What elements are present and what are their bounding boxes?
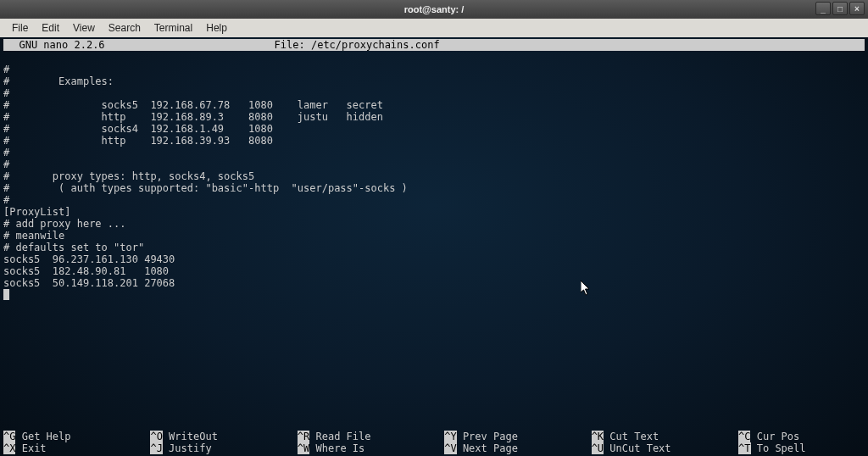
shortcut-key: ^C: [738, 431, 750, 442]
editor-line: # add proxy here ...: [3, 218, 126, 230]
maximize-button[interactable]: □: [832, 2, 848, 15]
shortcut-bar: ^G Get Help ^O WriteOut ^R Read File ^Y …: [3, 419, 865, 454]
editor-line: #: [3, 194, 9, 206]
editor-line: # http 192.168.39.93 8080: [3, 135, 273, 147]
shortcut-label: Justify: [163, 442, 212, 454]
editor-line: # proxy types: http, socks4, socks5: [3, 170, 254, 182]
window-titlebar: root@santy: / _ □ ×: [0, 0, 868, 19]
shortcut-key: ^Y: [444, 431, 456, 442]
shortcut-key: ^O: [150, 431, 162, 442]
menu-edit[interactable]: Edit: [35, 19, 66, 36]
editor-line: # ( auth types supported: "basic"-http "…: [3, 182, 408, 194]
shortcut-key: ^W: [298, 442, 309, 454]
shortcut-key: ^V: [444, 442, 456, 454]
editor-line: socks5 50.149.118.201 27068: [3, 277, 175, 289]
editor-line: [ProxyList]: [3, 206, 70, 218]
editor-line: #: [3, 158, 9, 170]
shortcut-label: Cut Text: [604, 431, 659, 442]
menu-view[interactable]: View: [66, 19, 102, 36]
minimize-button[interactable]: _: [815, 2, 831, 15]
menu-file[interactable]: File: [5, 19, 35, 36]
shortcut-label: Exit: [15, 442, 46, 454]
shortcut-key: ^G: [3, 431, 15, 442]
nano-header: GNU nano 2.2.6 File: /etc/proxychains.co…: [3, 39, 865, 51]
menubar: File Edit View Search Terminal Help: [0, 19, 868, 37]
shortcut-label: Get Help: [15, 431, 70, 442]
shortcut-key: ^T: [738, 442, 750, 454]
shortcut-key: ^U: [592, 442, 604, 454]
editor-line: # Examples:: [3, 75, 114, 87]
menu-help[interactable]: Help: [199, 19, 234, 36]
editor-line: #: [3, 147, 9, 158]
editor-line: #: [3, 87, 9, 99]
shortcut-label: Cur Pos: [750, 431, 799, 442]
shortcut-label: To Spell: [751, 442, 806, 454]
shortcut-label: Read File: [309, 431, 370, 442]
close-button[interactable]: ×: [849, 2, 865, 15]
nano-app-name: GNU nano 2.2.6: [3, 39, 105, 51]
editor-line: # defaults set to "tor": [3, 242, 144, 253]
shortcut-key: ^J: [150, 442, 162, 454]
editor-line: # socks5 192.168.67.78 1080 lamer secret: [3, 99, 383, 111]
shortcut-key: ^K: [592, 431, 604, 442]
editor-content[interactable]: # # Examples: # # socks5 192.168.67.78 1…: [3, 51, 865, 303]
shortcut-label: Prev Page: [457, 431, 518, 442]
terminal-area[interactable]: GNU nano 2.2.6 File: /etc/proxychains.co…: [0, 37, 868, 456]
shortcut-label: Next Page: [457, 442, 518, 454]
menu-terminal[interactable]: Terminal: [147, 19, 199, 36]
shortcut-label: WriteOut: [163, 431, 218, 442]
shortcut-key: ^X: [3, 442, 15, 454]
editor-line: # socks4 192.168.1.49 1080: [3, 123, 273, 135]
menu-search[interactable]: Search: [102, 19, 147, 36]
text-cursor: [3, 289, 9, 300]
nano-file-label: File: /etc/proxychains.conf: [275, 39, 440, 51]
shortcut-label: UnCut Text: [604, 442, 670, 454]
shortcut-label: Where Is: [309, 442, 364, 454]
window-title: root@santy: /: [404, 4, 465, 14]
editor-line: socks5 182.48.90.81 1080: [3, 265, 169, 277]
editor-line: socks5 96.237.161.130 49430: [3, 253, 175, 265]
shortcut-key: ^R: [298, 431, 309, 442]
editor-line: # meanwile: [3, 230, 64, 242]
editor-line: # http 192.168.89.3 8080 justu hidden: [3, 111, 383, 123]
editor-line: #: [3, 64, 9, 75]
window-controls: _ □ ×: [815, 2, 865, 15]
